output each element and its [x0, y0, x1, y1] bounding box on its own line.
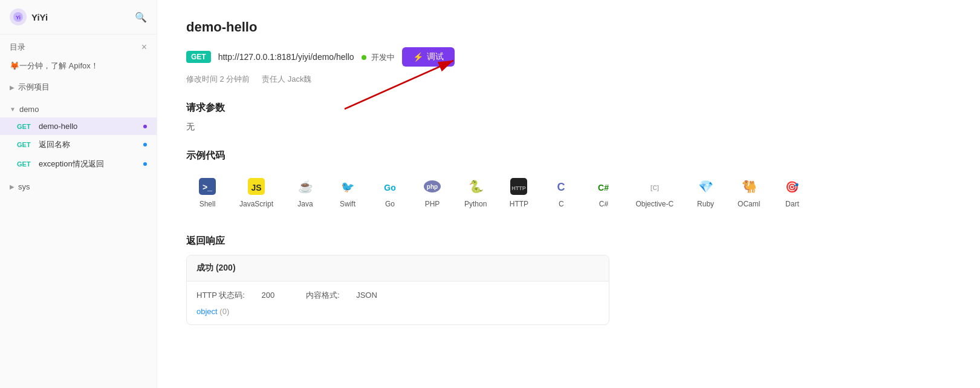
- lang-item-php[interactable]: phpPHP: [411, 169, 453, 215]
- lang-label-php: PHP: [425, 200, 440, 208]
- response-card-body: HTTP 状态码: 200 内容格式: JSON object (0): [187, 281, 609, 324]
- sidebar-group-label-demo[interactable]: ▼ demo: [0, 101, 157, 117]
- promo-text: 🦊一分钟，了解 Apifox！: [10, 61, 99, 71]
- svg-text:[C]: [C]: [651, 185, 659, 191]
- sidebar-item-promo[interactable]: 🦊一分钟，了解 Apifox！: [0, 56, 157, 76]
- api-url-bar: GET http://127.0.0.1:8181/yiyi/demo/hell…: [186, 47, 951, 67]
- api-dot-purple: [143, 125, 147, 128]
- code-samples-title: 示例代码: [186, 150, 951, 162]
- java-icon: ☕: [296, 177, 315, 196]
- chevron-right-icon: ▶: [10, 84, 15, 91]
- svg-text:HTTP: HTTP: [512, 185, 527, 191]
- svg-text:>_: >_: [203, 182, 212, 192]
- language-icons-list: >_ShellJSJavaScript☕Java🐦SwiftGoGophpPHP…: [186, 169, 951, 215]
- swift-icon: 🐦: [338, 177, 357, 196]
- lang-label-java: Java: [297, 200, 313, 208]
- lang-item-swift[interactable]: 🐦Swift: [326, 169, 369, 215]
- api-name-return: 返回名称: [39, 139, 138, 150]
- svg-text:php: php: [427, 183, 438, 190]
- status-label-text: 开发中: [371, 53, 395, 62]
- lang-item-python[interactable]: 🐍Python: [453, 169, 498, 215]
- svg-text:💎: 💎: [698, 179, 713, 194]
- content-format: 内容格式: JSON: [306, 291, 392, 300]
- response-schema-link[interactable]: object (0): [196, 307, 599, 316]
- lang-item-ruby[interactable]: 💎Ruby: [684, 169, 727, 215]
- no-params-text: 无: [186, 122, 951, 133]
- svg-text:Go: Go: [384, 183, 395, 192]
- lang-label-python: Python: [464, 200, 487, 208]
- lang-label-c#: C#: [599, 200, 608, 208]
- php-icon: php: [423, 177, 442, 196]
- response-card: 成功 (200) HTTP 状态码: 200 内容格式: JSON obje: [186, 255, 609, 325]
- api-dot-blue2: [143, 162, 147, 166]
- lang-item-javascript[interactable]: JSJavaScript: [229, 169, 284, 215]
- svg-text:🐦: 🐦: [341, 180, 355, 194]
- page-title: demo-hello: [186, 19, 951, 35]
- app-logo: Yi: [10, 8, 27, 25]
- lang-label-ruby: Ruby: [697, 200, 714, 208]
- lang-item-java[interactable]: ☕Java: [284, 169, 326, 215]
- response-meta: HTTP 状态码: 200 内容格式: JSON: [196, 290, 599, 301]
- group-name-example: 示例项目: [18, 82, 50, 93]
- ocaml-icon: 🐫: [739, 177, 759, 196]
- debug-button[interactable]: ⚡ 调试: [402, 47, 455, 67]
- lang-item-c[interactable]: CC: [540, 169, 582, 215]
- sidebar-item-return-name[interactable]: GET 返回名称: [0, 135, 157, 154]
- sidebar-group-label-sys[interactable]: ▶ sys: [0, 179, 157, 195]
- svg-text:Yi: Yi: [16, 15, 21, 21]
- lang-label-swift: Swift: [340, 200, 355, 208]
- request-params-title: 请求参数: [186, 102, 951, 114]
- javascript-icon: JS: [247, 177, 266, 196]
- svg-text:☕: ☕: [298, 179, 313, 194]
- main-wrapper: demo-hello GET http://127.0.0.1:8181/yiy…: [157, 0, 980, 388]
- lang-label-http: HTTP: [510, 200, 528, 208]
- method-badge-get3: GET: [17, 160, 34, 168]
- shell-icon: >_: [198, 177, 217, 196]
- response-card-header: 成功 (200): [187, 255, 609, 281]
- sidebar-item-demo-hello[interactable]: GET demo-hello: [0, 117, 157, 135]
- sidebar-item-exception[interactable]: GET exception情况返回: [0, 154, 157, 174]
- schema-count: (0): [219, 307, 229, 316]
- lang-item-objective-c[interactable]: [C]Objective-C: [625, 169, 684, 215]
- get-method-badge: GET: [186, 51, 211, 63]
- chevron-down-icon: ▼: [10, 106, 16, 113]
- group-name-demo: demo: [19, 105, 39, 114]
- lang-label-objective-c: Objective-C: [635, 200, 673, 208]
- response-section-title: 返回响应: [186, 235, 951, 248]
- sidebar-group-example: ▶ 示例项目: [0, 76, 157, 99]
- close-directory-btn[interactable]: ×: [141, 42, 147, 53]
- lang-label-dart: Dart: [785, 200, 799, 208]
- dart-icon: 🎯: [782, 177, 802, 196]
- api-url-text: http://127.0.0.1:8181/yiyi/demo/hello: [218, 52, 354, 62]
- code-samples-section: 示例代码 >_ShellJSJavaScript☕Java🐦SwiftGoGop…: [186, 150, 951, 215]
- c#-icon: C#: [594, 177, 613, 196]
- response-section: 返回响应 成功 (200) HTTP 状态码: 200 内容格式: JSON: [186, 235, 951, 325]
- method-badge-get2: GET: [17, 141, 34, 148]
- method-badge-get: GET: [17, 123, 34, 130]
- api-name-demo-hello: demo-hello: [39, 122, 138, 131]
- http-icon: HTTP: [509, 177, 528, 196]
- lang-item-go[interactable]: GoGo: [369, 169, 411, 215]
- lang-item-shell[interactable]: >_Shell: [186, 169, 229, 215]
- directory-label: 目录: [10, 42, 25, 53]
- lang-item-dart[interactable]: 🎯Dart: [771, 169, 813, 215]
- status-indicator: 开发中: [362, 51, 395, 63]
- svg-text:C#: C#: [598, 183, 609, 192]
- lang-item-http[interactable]: HTTPHTTP: [498, 169, 540, 215]
- lang-item-c#[interactable]: C#C#: [582, 169, 625, 215]
- svg-text:🐍: 🐍: [468, 179, 483, 194]
- sidebar-section-header: 目录 ×: [0, 35, 157, 56]
- lang-label-go: Go: [385, 200, 395, 208]
- api-dot-blue1: [143, 143, 147, 146]
- search-icon[interactable]: 🔍: [135, 12, 147, 23]
- lang-item-ocaml[interactable]: 🐫OCaml: [727, 169, 771, 215]
- svg-text:C: C: [557, 181, 565, 193]
- sidebar-group-sys: ▶ sys: [0, 176, 157, 197]
- http-status-value: 200: [262, 291, 275, 300]
- go-icon: Go: [380, 177, 400, 196]
- app-name: YiYi: [31, 12, 48, 22]
- meta-info: 修改时间 2 分钟前 责任人 Jack魏: [186, 74, 951, 85]
- lang-label-ocaml: OCaml: [738, 200, 760, 208]
- api-name-exception: exception情况返回: [39, 159, 138, 169]
- sidebar-group-label-example[interactable]: ▶ 示例项目: [0, 78, 157, 96]
